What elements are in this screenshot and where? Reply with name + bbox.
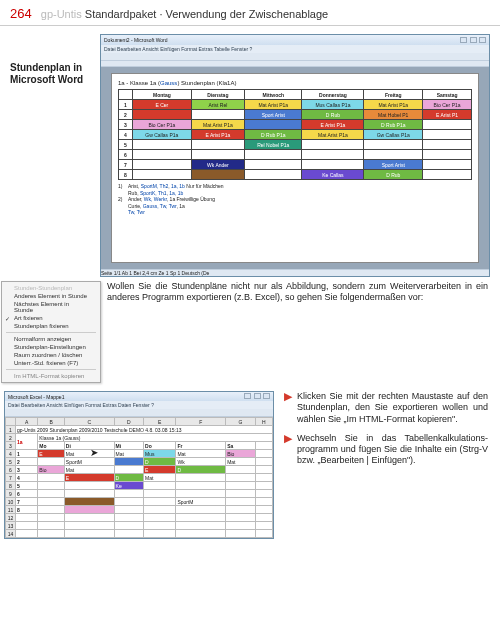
excel-cell[interactable]: [176, 522, 226, 530]
excel-grid[interactable]: ABCDEFGH1gp-Untis 2009 Stundenplan 2009/…: [5, 417, 273, 538]
excel-window-controls[interactable]: [243, 393, 270, 400]
excel-cell[interactable]: D: [176, 466, 226, 474]
excel-cell[interactable]: [16, 522, 38, 530]
excel-cell[interactable]: [114, 506, 143, 514]
close-icon[interactable]: [479, 37, 486, 43]
excel-cell[interactable]: [255, 450, 272, 458]
excel-cell[interactable]: gp-Untis 2009 Stundenplan 2009/2010 Test…: [16, 426, 273, 434]
excel-cell[interactable]: [144, 506, 176, 514]
day-header[interactable]: Sa: [226, 442, 255, 450]
excel-cell[interactable]: [144, 482, 176, 490]
menu-item[interactable]: Im HTML-Format kopieren: [2, 372, 100, 380]
col-header[interactable]: D: [114, 418, 143, 426]
excel-cell[interactable]: [226, 482, 255, 490]
excel-cell[interactable]: [114, 498, 143, 506]
window-controls[interactable]: [459, 37, 486, 44]
excel-cell[interactable]: [114, 458, 143, 466]
period-number[interactable]: 2: [16, 458, 38, 466]
row-number[interactable]: 14: [6, 530, 16, 538]
excel-cell[interactable]: [64, 506, 114, 514]
row-number[interactable]: 10: [6, 498, 16, 506]
excel-cell[interactable]: [255, 458, 272, 466]
menu-item[interactable]: Stundenplan fixieren: [2, 322, 100, 330]
excel-cell[interactable]: [38, 514, 65, 522]
row-number[interactable]: 2: [6, 434, 16, 442]
excel-cell[interactable]: Mat: [64, 466, 114, 474]
excel-cell[interactable]: [114, 530, 143, 538]
excel-cell[interactable]: [255, 466, 272, 474]
excel-cell[interactable]: [226, 514, 255, 522]
period-number[interactable]: 1: [16, 450, 38, 458]
period-number[interactable]: 3: [16, 466, 38, 474]
excel-menubar[interactable]: Datei Bearbeiten Ansicht Einfügen Format…: [5, 401, 273, 409]
menu-item[interactable]: Stundenplan-Einstellungen: [2, 343, 100, 351]
excel-cell[interactable]: Mus: [144, 450, 176, 458]
excel-cell[interactable]: [144, 498, 176, 506]
excel-cell[interactable]: [176, 482, 226, 490]
excel-cell[interactable]: Bio: [226, 450, 255, 458]
menu-item[interactable]: Art fixieren: [2, 314, 100, 322]
menu-item[interactable]: Anderes Element in Stunde: [2, 292, 100, 300]
excel-cell[interactable]: [16, 514, 38, 522]
excel-cell[interactable]: Mat: [176, 450, 226, 458]
col-header[interactable]: B: [38, 418, 65, 426]
row-number[interactable]: 13: [6, 522, 16, 530]
row-number[interactable]: 9: [6, 490, 16, 498]
excel-cell[interactable]: [255, 522, 272, 530]
excel-cell[interactable]: [144, 530, 176, 538]
period-number[interactable]: 5: [16, 482, 38, 490]
excel-cell[interactable]: [255, 530, 272, 538]
excel-cell[interactable]: [38, 490, 65, 498]
excel-cell[interactable]: D: [114, 474, 143, 482]
menu-item[interactable]: Nächstes Element in Stunde: [2, 300, 100, 314]
excel-cell[interactable]: [226, 506, 255, 514]
maximize-icon[interactable]: [254, 393, 261, 399]
excel-cell[interactable]: E: [64, 474, 114, 482]
col-header[interactable]: E: [144, 418, 176, 426]
day-header[interactable]: Do: [144, 442, 176, 450]
excel-cell[interactable]: [255, 514, 272, 522]
excel-cell[interactable]: [176, 514, 226, 522]
menu-item[interactable]: Raum zuordnen / löschen: [2, 351, 100, 359]
menu-item[interactable]: Unterr.-Std. fixieren (F7): [2, 359, 100, 367]
excel-cell[interactable]: [38, 522, 65, 530]
row-number[interactable]: 6: [6, 466, 16, 474]
menu-item[interactable]: Normalform anzeigen: [2, 335, 100, 343]
word-menubar[interactable]: Datei Bearbeiten Ansicht Einfügen Format…: [101, 45, 489, 53]
col-header[interactable]: [6, 418, 16, 426]
excel-cell[interactable]: [114, 522, 143, 530]
excel-cell[interactable]: SportM: [176, 498, 226, 506]
row-number[interactable]: 7: [6, 474, 16, 482]
row-number[interactable]: 4: [6, 450, 16, 458]
period-number[interactable]: 6: [16, 490, 38, 498]
minimize-icon[interactable]: [244, 393, 251, 399]
excel-cell[interactable]: [64, 490, 114, 498]
excel-cell[interactable]: [255, 506, 272, 514]
excel-cell[interactable]: E: [144, 466, 176, 474]
excel-cell[interactable]: Mat: [144, 474, 176, 482]
excel-cell[interactable]: [176, 474, 226, 482]
word-toolbar-1[interactable]: [101, 53, 489, 61]
excel-cell[interactable]: [226, 490, 255, 498]
period-number[interactable]: 8: [16, 506, 38, 514]
excel-cell[interactable]: [226, 466, 255, 474]
col-header[interactable]: C: [64, 418, 114, 426]
class-title-cell[interactable]: 1a: [16, 434, 38, 450]
menu-item[interactable]: Stunden-Stundenplan: [2, 284, 100, 292]
excel-cell[interactable]: E: [38, 450, 65, 458]
row-number[interactable]: 3: [6, 442, 16, 450]
period-number[interactable]: 7: [16, 498, 38, 506]
excel-cell[interactable]: [226, 498, 255, 506]
excel-cell[interactable]: Klasse 1a (Gauss): [38, 434, 273, 442]
excel-cell[interactable]: [64, 514, 114, 522]
excel-cell[interactable]: [114, 514, 143, 522]
col-header[interactable]: A: [16, 418, 38, 426]
col-header[interactable]: H: [255, 418, 272, 426]
excel-cell[interactable]: Mat: [226, 458, 255, 466]
row-number[interactable]: 1: [6, 426, 16, 434]
excel-cell[interactable]: Bio: [38, 466, 65, 474]
excel-cell[interactable]: [226, 522, 255, 530]
context-menu[interactable]: Stunden-StundenplanAnderes Element in St…: [1, 281, 101, 383]
excel-cell[interactable]: D: [144, 458, 176, 466]
close-icon[interactable]: [263, 393, 270, 399]
